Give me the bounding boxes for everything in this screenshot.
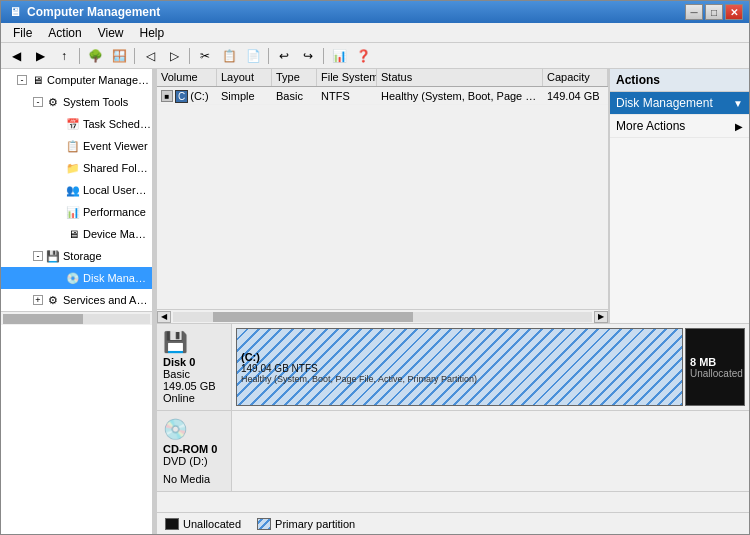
cdrom-status: No Media [163,473,225,485]
legend-unallocated: Unallocated [165,518,241,530]
forward-button[interactable]: ▶ [29,45,51,67]
actions-header: Actions [610,69,749,92]
device-manager-label: Device Manager [83,228,152,240]
undo-button[interactable]: ↩ [273,45,295,67]
event-viewer-label: Event Viewer [83,140,148,152]
menu-action[interactable]: Action [40,24,89,42]
volume-drive-icon: C [175,90,188,103]
forward-button2[interactable]: ▷ [163,45,185,67]
tree-local-users[interactable]: 👥 Local Users and Groups [1,179,152,201]
layout-header: Layout [217,69,272,86]
shared-folders-icon: 📁 [65,160,81,176]
cut-button[interactable]: ✂ [194,45,216,67]
menu-file[interactable]: File [5,24,40,42]
volume-cell-filesystem: NTFS [317,88,377,104]
tree-disk-management[interactable]: 💿 Disk Management [1,267,152,289]
legend-unallocated-box [165,518,179,530]
scrollbar-track[interactable] [173,312,592,322]
storage-label: Storage [63,250,102,262]
volume-cell-type: Basic [272,88,317,104]
cdrom-partitions [232,411,749,491]
legend-primary-box [257,518,271,530]
menu-view[interactable]: View [90,24,132,42]
tree-shared-folders[interactable]: 📁 Shared Folders [1,157,152,179]
shared-folders-label: Shared Folders [83,162,152,174]
storage-toggle[interactable]: - [33,251,43,261]
disk0-partition-unalloc[interactable]: 8 MB Unallocated [685,328,745,406]
tree-storage[interactable]: - 💾 Storage [1,245,152,267]
tree-horizontal-scrollbar[interactable] [1,311,152,325]
action-more-actions-arrow: ▶ [735,121,743,132]
system-tools-toggle[interactable]: - [33,97,43,107]
up-button[interactable]: ↑ [53,45,75,67]
table-row[interactable]: ■ C (C:) Simple Basic NTFS Healthy (Syst… [157,87,608,105]
app-icon: 🖥 [7,4,23,20]
filesystem-header: File System [317,69,377,86]
redo-button[interactable]: ↪ [297,45,319,67]
toolbar-separator-3 [189,48,190,64]
services-toggle[interactable]: + [33,295,43,305]
volume-header: Volume [157,69,217,86]
storage-icon: 💾 [45,248,61,264]
task-scheduler-icon: 📅 [65,116,81,132]
tree-system-tools[interactable]: - ⚙ System Tools [1,91,152,113]
disk0-name: Disk 0 [163,356,225,368]
tree-performance[interactable]: 📊 Performance [1,201,152,223]
partition-c-name: (C:) [241,351,678,363]
maximize-button[interactable]: □ [705,4,723,20]
cdrom-name: CD-ROM 0 [163,443,225,455]
volume-horizontal-scrollbar[interactable]: ◀ ▶ [157,309,608,323]
properties-button[interactable]: 📊 [328,45,350,67]
tree-panel: - 🖥 Computer Management (Local - ⚙ Syste… [1,69,153,534]
close-button[interactable]: ✕ [725,4,743,20]
disk0-status: Online [163,392,225,404]
system-tools-icon: ⚙ [45,94,61,110]
scrollbar-thumb[interactable] [213,312,413,322]
disk0-label: 💾 Disk 0 Basic 149.05 GB Online [157,324,232,410]
task-scheduler-label: Task Scheduler [83,118,152,130]
disk0-size: 149.05 GB [163,380,225,392]
back-button2[interactable]: ◁ [139,45,161,67]
partition-unalloc-name: 8 MB [690,356,740,368]
action-disk-management-label: Disk Management [616,96,713,110]
copy-button[interactable]: 📋 [218,45,240,67]
minimize-button[interactable]: ─ [685,4,703,20]
tree-event-viewer[interactable]: 📋 Event Viewer [1,135,152,157]
menu-help[interactable]: Help [132,24,173,42]
tree-root[interactable]: - 🖥 Computer Management (Local [1,69,152,91]
main-window: 🖥 Computer Management ─ □ ✕ File Action … [0,0,750,535]
scrollbar-left-btn[interactable]: ◀ [157,311,171,323]
disk-empty-area [157,492,749,512]
window-controls: ─ □ ✕ [685,4,743,20]
back-button[interactable]: ◀ [5,45,27,67]
volume-disk-icon: ■ [161,90,173,102]
action-more-actions-label: More Actions [616,119,685,133]
new-window-button[interactable]: 🪟 [108,45,130,67]
action-disk-management[interactable]: Disk Management ▼ [610,92,749,115]
show-hide-console-tree-button[interactable]: 🌳 [84,45,106,67]
scrollbar-right-btn[interactable]: ▶ [594,311,608,323]
tree-task-scheduler[interactable]: 📅 Task Scheduler [1,113,152,135]
partition-unalloc-size: Unallocated [690,368,740,379]
detail-area: Volume Layout Type File System Status Ca… [157,69,749,323]
tree-root-toggle[interactable]: - [17,75,27,85]
tree-device-manager[interactable]: 🖥 Device Manager [1,223,152,245]
status-header: Status [377,69,543,86]
services-label: Services and Applications [63,294,152,306]
local-users-label: Local Users and Groups [83,184,152,196]
tree-services[interactable]: + ⚙ Services and Applications [1,289,152,311]
performance-label: Performance [83,206,146,218]
main-content: - 🖥 Computer Management (Local - ⚙ Syste… [1,69,749,534]
title-bar: 🖥 Computer Management ─ □ ✕ [1,1,749,23]
services-icon: ⚙ [45,292,61,308]
help-button[interactable]: ❓ [352,45,374,67]
legend-primary: Primary partition [257,518,355,530]
cdrom-type: DVD (D:) [163,455,225,467]
disk-management-icon: 💿 [65,270,81,286]
paste-button[interactable]: 📄 [242,45,264,67]
computer-icon: 🖥 [29,72,45,88]
type-header: Type [272,69,317,86]
disk0-row: 💾 Disk 0 Basic 149.05 GB Online (C:) 149… [157,324,749,411]
action-more-actions[interactable]: More Actions ▶ [610,115,749,138]
disk0-partition-c[interactable]: (C:) 149.04 GB NTFS Healthy (System, Boo… [236,328,683,406]
